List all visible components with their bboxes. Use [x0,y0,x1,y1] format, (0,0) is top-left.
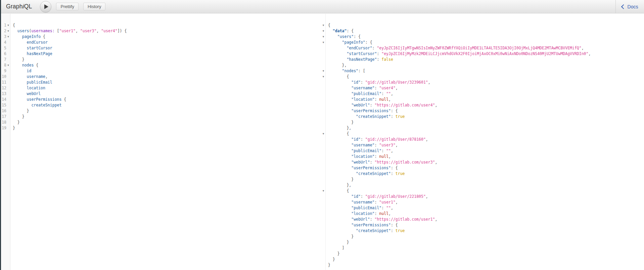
code-line: "location": null, [328,154,644,160]
prettify-button[interactable]: Prettify [56,3,78,10]
line-number: 4 [4,40,6,45]
gutter-row [321,108,325,114]
logo-text-post: QL [24,3,32,10]
result-json: { "data": { "users": { "pageInfo": { "en… [326,14,644,270]
gutter-row [321,228,325,234]
gutter-row [321,199,325,205]
gutter-row [321,120,325,125]
gutter-row: 15 [1,102,10,108]
fold-arrow-icon[interactable]: ▾ [6,22,10,28]
code-line: } [328,239,644,245]
history-button[interactable]: History [83,3,105,10]
gutter-row: 19 [1,125,10,131]
fold-arrow-icon[interactable]: ▾ [321,28,325,34]
code-line: "createSnippet": true [328,114,644,120]
fold-arrow-icon[interactable]: ▾ [321,68,325,74]
gutter-row: 9 [1,68,10,74]
fold-arrow-icon[interactable]: ▾ [321,34,325,40]
topbar: GraphiQL Prettify History Docs [0,0,644,13]
gutter-row: 7 [1,57,10,62]
logo-text-pre: Graph [6,3,23,10]
code-line: "pageInfo": { [328,40,644,45]
result-fold-gutter: ▾▾▾▾▾▾▾▾ [321,14,326,270]
gutter-row [321,142,325,148]
code-line: }, [328,62,644,68]
gutter-row [321,251,325,257]
line-number: 12 [2,85,6,91]
gutter-row: 3▾ [1,34,10,40]
gutter-row: ▾ [321,40,325,45]
chevron-left-icon [621,4,626,9]
line-number: 2 [4,28,6,34]
code-line: }, [328,125,644,131]
code-line: { [328,188,644,194]
gutter-row: ▾ [321,28,325,34]
code-line: users(usernames: ["user1", "user3", "use… [13,28,321,34]
query-editor-textarea[interactable]: { users(usernames: ["user1", "user3", "u… [11,14,321,270]
fold-arrow-icon[interactable]: ▾ [321,131,325,137]
code-line: "webUrl": "https://gitlab.com/user3", [328,160,644,165]
fold-arrow-icon[interactable]: ▾ [321,40,325,45]
gutter-row: 8▾ [1,62,10,68]
code-line: pageInfo { [13,34,321,40]
left-edge-bar [0,0,1,270]
code-line: "username": "user4", [328,85,644,91]
code-line: } [328,251,644,257]
code-line: "data": { [328,28,644,34]
line-number: 11 [2,80,6,85]
gutter-row [321,234,325,239]
fold-arrow-icon[interactable]: ▾ [321,22,325,28]
code-line: ] [328,245,644,251]
gutter-row: ▾ [321,74,325,80]
code-line: hasNextPage [13,51,321,57]
code-line: "id": "gid://gitlab/User/221805", [328,194,644,199]
gutter-row: 14 [1,97,10,102]
line-number: 5 [4,45,6,51]
code-line: } [328,177,644,182]
fold-arrow-icon[interactable]: ▾ [6,62,10,68]
gutter-row: 2▾ [1,28,10,34]
gutter-row [321,57,325,62]
gutter-row: 5 [1,45,10,51]
code-line: "publicEmail": "", [328,91,644,97]
gutter-row [321,62,325,68]
code-line: { [328,22,644,28]
gutter-row: 1▾ [1,22,10,28]
gutter-row [321,182,325,188]
gutter-row [321,217,325,222]
fold-arrow-icon[interactable]: ▾ [321,188,325,194]
gutter-row [321,245,325,251]
execute-query-button[interactable] [40,1,51,12]
docs-button[interactable]: Docs [616,0,644,13]
gutter-row [321,154,325,160]
code-line: "webUrl": "https://gitlab.com/user1", [328,217,644,222]
gutter-row: ▾ [321,188,325,194]
code-line: "location": null, [328,211,644,217]
gutter-row [321,194,325,199]
line-number: 10 [2,74,6,80]
gutter-row [321,165,325,171]
result-pane: ▾▾▾▾▾▾▾▾ { "data": { "users": { "pageInf… [321,14,644,270]
line-number: 14 [2,97,6,102]
fold-arrow-icon[interactable]: ▾ [6,28,10,34]
code-line: location [13,85,321,91]
code-line: username, [13,74,321,80]
gutter-row [321,85,325,91]
code-line: } [13,114,321,120]
line-number: 16 [2,108,6,114]
code-line: "endCursor": "eyJpZCI6IjIyMTgwNSIsImNyZW… [328,45,644,51]
graphiql-logo: GraphiQL [6,3,32,10]
gutter-row: 18 [1,120,10,125]
code-line: { [328,74,644,80]
code-line: { [328,131,644,137]
fold-arrow-icon[interactable]: ▾ [321,74,325,80]
code-line: "location": null, [328,97,644,102]
gutter-row: 13 [1,91,10,97]
line-number: 19 [2,125,6,131]
code-line: id [13,68,321,74]
line-number: 1 [4,22,6,28]
code-line: "nodes": [ [328,68,644,74]
gutter-row [321,239,325,245]
code-line: "userPermissions": { [328,108,644,114]
fold-arrow-icon[interactable]: ▾ [6,34,10,40]
